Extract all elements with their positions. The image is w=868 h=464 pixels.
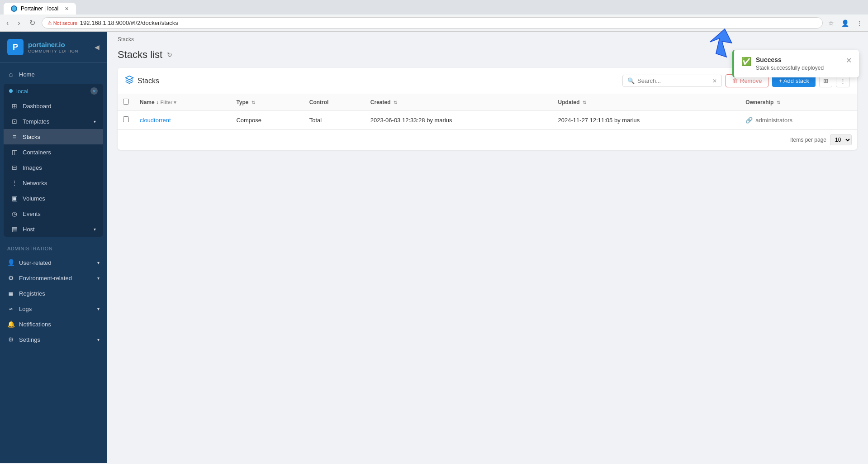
logs-icon: ≈ — [7, 305, 14, 312]
toast-success-icon: ✅ — [741, 57, 751, 67]
back-btn[interactable]: ‹ — [4, 18, 11, 28]
notifications-icon: 🔔 — [7, 320, 14, 328]
sidebar-item-events[interactable]: ◷ Events — [4, 206, 103, 221]
user-related-icon: 👤 — [7, 259, 14, 266]
sidebar-item-volumes[interactable]: ▣ Volumes — [4, 191, 103, 206]
sidebar-item-logs[interactable]: ≈ Logs ▾ — [0, 301, 107, 316]
security-indicator: ⚠ Not secure — [47, 20, 77, 26]
settings-icon: ⚙ — [7, 336, 14, 343]
forward-btn[interactable]: › — [15, 18, 23, 28]
refresh-btn[interactable]: ↻ — [27, 18, 38, 28]
table-footer: Items per page 10 25 50 — [118, 129, 857, 150]
environment-related-arrow-icon: ▾ — [97, 276, 100, 281]
ownership-sort-icon: ⇅ — [777, 100, 780, 105]
dashboard-icon: ⊞ — [11, 102, 18, 110]
sidebar-item-templates[interactable]: ⊡ Templates ▾ — [4, 114, 103, 129]
admin-section-label: Administration — [0, 242, 107, 255]
env-status-dot — [9, 89, 13, 93]
toast-close-btn[interactable]: ✕ — [846, 56, 852, 65]
collapse-sidebar-btn[interactable]: ◀ — [95, 43, 100, 51]
stack-updated: 2024-11-27 12:11:05 by marius — [553, 111, 740, 129]
profile-btn[interactable]: 👤 — [840, 18, 851, 29]
stack-type: Compose — [231, 111, 304, 129]
sidebar-item-registries[interactable]: ≣ Registries — [0, 286, 107, 301]
sidebar: P portainer.io COMMUNITY EDITION ◀ ⌂ Hom… — [0, 32, 107, 463]
select-all-checkbox[interactable] — [123, 99, 129, 105]
logo-name: portainer.io — [28, 41, 78, 49]
search-input[interactable] — [637, 77, 710, 84]
remove-icon: 🗑 — [732, 77, 738, 84]
ownership-icon: 🔗 — [745, 117, 753, 124]
sidebar-item-notifications[interactable]: 🔔 Notifications — [0, 316, 107, 332]
sidebar-item-environment-related[interactable]: ⚙ Environment-related ▾ — [0, 270, 107, 286]
sidebar-item-containers[interactable]: ◫ Containers — [4, 144, 103, 160]
bookmark-btn[interactable]: ☆ — [826, 18, 836, 29]
logo-icon: P — [7, 39, 24, 55]
search-box[interactable]: 🔍 ✕ — [622, 75, 722, 87]
col-ownership: Ownership ⇅ — [740, 94, 857, 111]
environment-related-icon: ⚙ — [7, 274, 14, 282]
breadcrumb: Stacks — [107, 32, 868, 47]
stacks-card: Stacks 🔍 ✕ 🗑 Remove + Add — [118, 68, 857, 150]
table-row: cloudtorrent Compose Total 2023-06-03 12… — [118, 111, 857, 129]
page-title: Stacks list — [118, 49, 162, 61]
templates-icon: ⊡ — [11, 118, 18, 125]
stacks-table: Name ↓ Filter ▾ Type ⇅ Control — [118, 94, 857, 129]
created-sort-icon: ⇅ — [394, 100, 397, 105]
sidebar-env-local[interactable]: local ✕ — [4, 84, 103, 98]
sidebar-item-host[interactable]: ▤ Host ▾ — [4, 221, 103, 237]
networks-icon: ⋮ — [11, 179, 18, 187]
sidebar-item-stacks[interactable]: ≡ Stacks — [4, 129, 103, 144]
stacks-icon: ≡ — [11, 133, 18, 140]
search-icon: 🔍 — [627, 77, 635, 84]
extensions-btn[interactable]: ⋮ — [854, 18, 864, 29]
sidebar-item-networks[interactable]: ⋮ Networks — [4, 175, 103, 191]
favicon-icon — [11, 5, 17, 12]
stack-created: 2023-06-03 12:33:28 by marius — [365, 111, 553, 129]
browser-tab[interactable]: Portainer | local ✕ — [4, 3, 76, 14]
type-sort-icon: ⇅ — [251, 100, 255, 105]
env-close-btn[interactable]: ✕ — [90, 87, 98, 95]
sidebar-logo: P portainer.io COMMUNITY EDITION ◀ — [0, 32, 107, 63]
arrow-pointer — [696, 27, 732, 60]
items-per-page-select[interactable]: 10 25 50 — [830, 134, 852, 145]
registries-icon: ≣ — [7, 290, 14, 297]
sidebar-item-dashboard[interactable]: ⊞ Dashboard — [4, 98, 103, 114]
col-control: Control — [304, 94, 365, 111]
logs-arrow-icon: ▾ — [97, 306, 100, 311]
toast-container: ✅ Success Stack successfully deployed ✕ — [732, 50, 859, 77]
user-related-arrow-icon: ▾ — [97, 260, 100, 265]
search-clear-btn[interactable]: ✕ — [712, 78, 717, 84]
items-per-page-label: Items per page — [790, 137, 826, 143]
col-name: Name ↓ Filter ▾ — [134, 94, 231, 111]
logo-sub: COMMUNITY EDITION — [28, 49, 78, 54]
containers-icon: ◫ — [11, 148, 18, 156]
sidebar-item-images[interactable]: ⊟ Images — [4, 160, 103, 175]
refresh-stacks-btn[interactable]: ↻ — [167, 51, 172, 58]
svg-marker-1 — [710, 29, 732, 57]
events-icon: ◷ — [11, 210, 18, 217]
stacks-layers-icon — [125, 75, 134, 86]
toast-message: Stack successfully deployed — [756, 65, 840, 71]
stack-ownership: 🔗 administrators — [745, 117, 852, 124]
volumes-icon: ▣ — [11, 195, 18, 202]
home-icon: ⌂ — [7, 71, 14, 78]
row-checkbox[interactable] — [123, 116, 129, 122]
card-title: Stacks — [125, 75, 159, 86]
sidebar-item-user-related[interactable]: 👤 User-related ▾ — [0, 255, 107, 270]
col-type: Type ⇅ — [231, 94, 304, 111]
stack-control: Total — [304, 111, 365, 129]
sidebar-item-home[interactable]: ⌂ Home — [0, 67, 107, 82]
images-icon: ⊟ — [11, 164, 18, 171]
host-icon: ▤ — [11, 225, 18, 233]
updated-sort-icon: ⇅ — [583, 100, 586, 105]
stack-name-link[interactable]: cloudtorrent — [140, 117, 171, 124]
url-text: 192.168.1.18:9000/#!/2/docker/stacks — [80, 19, 178, 26]
filter-btn[interactable]: Filter ▾ — [160, 100, 176, 105]
success-toast: ✅ Success Stack successfully deployed ✕ — [732, 50, 859, 77]
sidebar-item-settings[interactable]: ⚙ Settings ▾ — [0, 332, 107, 347]
close-tab-btn[interactable]: ✕ — [65, 6, 69, 12]
env-name: local — [16, 88, 28, 95]
toast-title: Success — [756, 56, 840, 63]
svg-point-0 — [12, 6, 16, 11]
